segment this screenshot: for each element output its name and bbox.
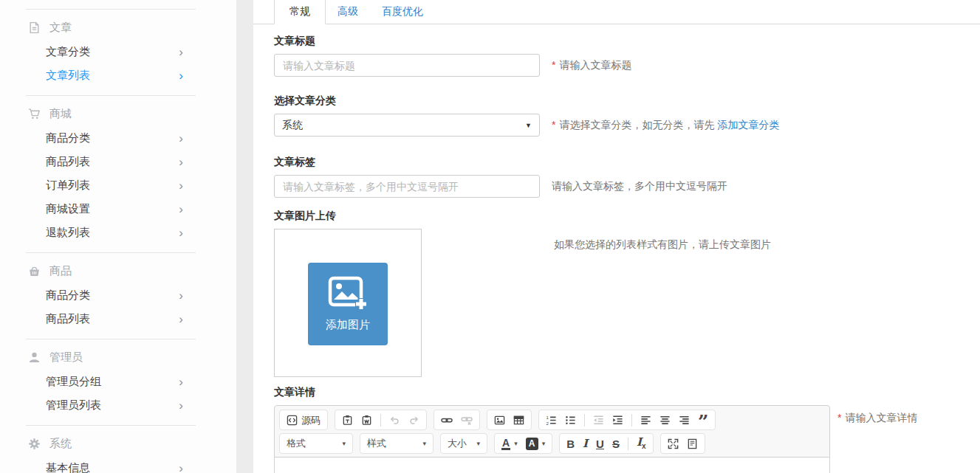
sidebar-item-system-basic-info[interactable]: 基本信息 › [0,456,236,473]
blockquote-icon: ” [698,414,708,426]
sidebar-item-goods-category[interactable]: 商品分类 › [0,283,236,307]
sidebar-item-mall-refund-list[interactable]: 退款列表 › [0,221,236,244]
show-blocks-icon [687,438,698,449]
undo-icon [389,415,400,426]
background-color-icon: A [526,438,538,450]
article-category-group: 选择文章分类 系统 ▼ *请选择文章分类，如无分类，请先添加文章分类 [274,93,980,137]
tab-advanced[interactable]: 高级 [326,0,370,24]
tab-general[interactable]: 常规 [274,0,326,24]
article-tags-hint: 请输入文章标签，多个用中文逗号隔开 [552,180,727,193]
link-button[interactable] [441,415,453,426]
cart-icon [28,108,41,120]
insert-image-button[interactable] [494,415,505,426]
sidebar-section-system[interactable]: 系统 [0,426,236,456]
article-category-hint: *请选择文章分类，如无分类，请先添加文章分类 [552,119,779,132]
add-image-button[interactable]: 添加图片 [308,263,388,345]
editor-content-area[interactable] [275,457,829,473]
article-image-group: 文章图片上传 添加图片 如果您选择的列表样式有图片，请上传文章图 [274,208,980,377]
paste-as-text-button[interactable] [342,415,353,426]
insert-table-button[interactable] [513,415,524,426]
image-upload-box: 添加图片 [274,229,422,377]
sidebar-section-label: 商城 [49,107,72,121]
sidebar-section-admin[interactable]: 管理员 [0,339,236,370]
blockquote-button[interactable]: ” [698,414,708,426]
panel-gap [236,0,253,473]
text-color-icon: A [501,438,510,450]
maximize-icon [668,438,679,449]
redo-button[interactable] [408,415,419,426]
required-asterisk: * [837,412,841,424]
increase-indent-button[interactable] [612,415,623,426]
source-button[interactable]: 源码 [287,415,321,426]
italic-button[interactable]: I [583,438,588,449]
numbered-list-button[interactable]: 1 2 [546,415,557,426]
source-icon [287,415,298,426]
align-center-button[interactable] [659,415,671,426]
article-category-select[interactable]: 系统 ▼ [274,114,540,137]
sidebar-section-mall[interactable]: 商城 [0,96,236,126]
select-caret-icon: ▼ [525,122,532,129]
strikethrough-button[interactable]: S [612,438,620,449]
underline-button[interactable]: U [596,438,604,449]
article-title-hint: *请输入文章标题 [552,59,631,72]
tab-baidu-seo[interactable]: 百度优化 [370,0,435,24]
size-dropdown[interactable]: 大小 ▾ [440,433,487,454]
article-tags-input[interactable] [274,175,540,198]
sidebar-section-article[interactable]: 文章 [0,10,236,40]
sidebar-item-mall-settings[interactable]: 商城设置 › [0,197,236,221]
format-dropdown[interactable]: 格式 ▾ [279,433,353,454]
dropdown-caret-icon: ▾ [476,440,480,447]
sidebar-item-admin-group[interactable]: 管理员分组 › [0,370,236,393]
gear-icon [28,438,41,450]
article-detail-group: 文章详情 源码 [274,384,980,473]
align-center-icon [659,415,671,426]
sidebar-item-mall-goods-list[interactable]: 商品列表 › [0,150,236,173]
bold-button[interactable]: B [566,438,575,449]
align-right-button[interactable] [679,415,690,426]
chevron-right-icon: › [179,376,183,388]
decrease-indent-icon [593,415,604,426]
chevron-right-icon: › [179,462,183,473]
styles-dropdown-label: 样式 [367,437,386,450]
remove-format-button[interactable]: Ix [637,437,646,450]
sidebar-item-mall-goods-category[interactable]: 商品分类 › [0,126,236,150]
sidebar-item-goods-list[interactable]: 商品列表 › [0,307,236,331]
sidebar-item-mall-order-list[interactable]: 订单列表 › [0,173,236,197]
add-image-button-label: 添加图片 [326,318,370,332]
sidebar-item-article-list[interactable]: 文章列表 › [0,63,236,87]
bulleted-list-button[interactable] [565,415,576,426]
link-icon [441,415,453,426]
bulleted-list-icon [565,415,576,426]
background-color-button[interactable]: A ▾ [526,438,546,450]
size-dropdown-label: 大小 [448,437,467,450]
text-color-button[interactable]: A ▾ [501,438,518,450]
article-detail-label: 文章详情 [274,384,980,399]
dropdown-caret-icon: ▾ [542,441,546,447]
sidebar-section-label: 商品 [49,264,72,278]
decrease-indent-button[interactable] [593,415,604,426]
unlink-button[interactable] [461,415,473,426]
chevron-right-icon: › [179,179,183,192]
table-icon [513,415,524,426]
styles-dropdown[interactable]: 样式 ▾ [360,433,434,454]
article-title-input[interactable] [274,54,540,77]
source-button-label: 源码 [301,415,321,425]
undo-button[interactable] [389,415,400,426]
sidebar-section-goods[interactable]: 商品 [0,253,236,283]
user-icon [28,351,41,364]
align-left-button[interactable] [640,415,651,426]
article-detail-hint: *请输入文章详情 [837,412,917,425]
chevron-right-icon: › [179,399,183,412]
paste-as-text-icon [342,415,353,426]
sidebar-item-article-category[interactable]: 文章分类 › [0,40,236,63]
bold-icon: B [566,438,575,449]
add-category-link[interactable]: 添加文章分类 [717,119,779,131]
show-blocks-button[interactable] [687,438,698,449]
format-dropdown-label: 格式 [287,437,306,450]
dropdown-caret-icon: ▾ [514,441,518,447]
unlink-icon [461,415,473,426]
image-icon [494,415,505,426]
maximize-button[interactable] [668,438,679,449]
paste-from-word-button[interactable] [361,415,372,426]
sidebar-item-admin-list[interactable]: 管理员列表 › [0,393,236,417]
